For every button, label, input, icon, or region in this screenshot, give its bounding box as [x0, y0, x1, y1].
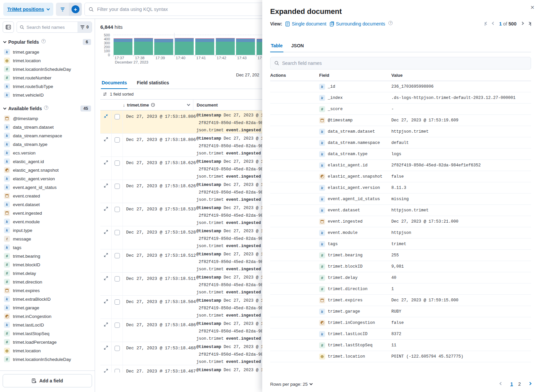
sidebar-field-item[interactable]: ktrimet.vehicleID [3, 91, 92, 99]
sidebar-field-item[interactable]: kevent.module [3, 217, 92, 226]
sidebar-field-item[interactable]: kdata_stream.dataset [3, 123, 92, 131]
histogram-bar-segment[interactable] [114, 38, 132, 39]
last-document-button[interactable] [528, 22, 531, 26]
histogram-bar-segment[interactable] [216, 42, 235, 55]
filter-fields-button[interactable] [56, 3, 69, 16]
sidebar-field-item[interactable]: #trimet.locationInScheduleDay [3, 355, 92, 364]
histogram-bar-segment[interactable] [216, 38, 235, 38]
histogram-bar-segment[interactable] [134, 38, 153, 42]
toggle-document-detail-button[interactable] [100, 273, 112, 295]
histogram-bar-segment[interactable] [236, 42, 255, 55]
field-filters-button[interactable]: 0 [77, 22, 92, 32]
sidebar-field-item[interactable]: ktrimet.routeSubType [3, 82, 92, 91]
histogram-bar-segment[interactable] [175, 42, 194, 55]
sidebar-field-item[interactable]: ⊕trimet.location [3, 56, 92, 65]
sidebar-field-item[interactable]: kdata_stream.type [3, 140, 92, 149]
close-flyout-button[interactable]: × [530, 4, 534, 11]
flyout-field-row[interactable]: k_id 236_1703695998806 [270, 81, 531, 92]
sidebar-field-item[interactable]: #trimet.blockID [3, 260, 92, 269]
histogram-bar-segment[interactable] [134, 42, 153, 55]
toggle-document-detail-button[interactable] [100, 342, 112, 365]
next-document-button[interactable] [521, 23, 523, 24]
sidebar-field-item[interactable]: ktrimet.extraBlockID [3, 295, 92, 303]
add-field-button[interactable]: Add a field [3, 374, 92, 387]
row-checkbox[interactable] [115, 160, 120, 166]
histogram-bar-segment[interactable] [175, 38, 194, 42]
row-checkbox[interactable] [115, 299, 120, 305]
sidebar-field-item[interactable]: kevent.agent_id_status [3, 183, 92, 192]
histogram-bar-segment[interactable] [236, 39, 255, 42]
tab-documents[interactable]: Documents [101, 78, 127, 89]
flyout-field-row[interactable]: #trimet.lastStopSeq 11 [270, 340, 531, 351]
toggle-document-detail-button[interactable] [100, 296, 112, 319]
toggle-document-detail-button[interactable] [100, 226, 112, 249]
row-checkbox[interactable] [115, 137, 120, 143]
single-document-link[interactable]: Single document [285, 21, 326, 26]
sidebar-field-item[interactable]: #trimet.loadPercentage [3, 338, 92, 346]
field-search-input[interactable] [26, 25, 75, 30]
column-header-time[interactable]: ↓ trimet.time [123, 103, 193, 108]
flyout-field-row[interactable]: kevent.agent_id_status missing [270, 194, 531, 205]
sidebar-field-item[interactable]: elastic_agent.snapshot [3, 166, 92, 174]
flyout-field-row[interactable]: event.ingested Dec 27, 2023 @ 17:53:21.0… [270, 216, 531, 227]
popular-fields-header[interactable]: Popular fields ? 6 [4, 39, 91, 45]
toggle-document-detail-button[interactable] [100, 134, 112, 156]
flyout-field-row[interactable]: kevent.dataset httpjson.trimet [270, 205, 531, 216]
histogram-bar-segment[interactable] [236, 38, 255, 39]
histogram-bar-segment[interactable] [195, 42, 214, 55]
flyout-field-row[interactable]: kdata_stream.type logs [270, 149, 531, 160]
sidebar-field-item[interactable]: ktrimet.lastLocID [3, 321, 92, 329]
sidebar-field-item[interactable]: ktrimet.garage [3, 303, 92, 312]
rows-per-page-button[interactable]: Rows per page: 25 [270, 382, 312, 387]
row-checkbox[interactable] [115, 369, 120, 372]
histogram-bar-segment[interactable] [154, 42, 173, 55]
flyout-field-row[interactable]: #trimet.delay 40 [270, 272, 531, 283]
sidebar-field-item[interactable]: kelastic_agent.id [3, 157, 92, 166]
tab-field-statistics[interactable]: Field statistics [136, 78, 170, 89]
histogram-bar-segment[interactable] [114, 42, 132, 55]
flyout-field-row[interactable]: kevent.module httpjson [270, 227, 531, 239]
sidebar-field-item[interactable]: #trimet.direction [3, 278, 92, 286]
flyout-field-row[interactable]: trimet.expires Dec 27, 2023 @ 17:59:15.0… [270, 295, 531, 306]
histogram-bar-segment[interactable] [114, 39, 132, 42]
first-document-button[interactable] [485, 22, 488, 26]
sidebar-field-item[interactable]: event.created [3, 192, 92, 200]
flyout-field-row[interactable]: ktags trimet [270, 239, 531, 250]
flyout-field-row[interactable]: ktrimet.garage RUBY [270, 306, 531, 317]
sidebar-field-item[interactable]: #trimet.locationInScheduleDay [3, 65, 92, 73]
histogram-bar-segment[interactable] [154, 39, 173, 42]
flyout-field-row[interactable]: kelastic_agent.version 8.11.3 [270, 182, 531, 194]
sidebar-field-item[interactable]: event.ingested [3, 209, 92, 217]
row-checkbox[interactable] [115, 207, 120, 212]
sidebar-field-item[interactable]: tmessage [3, 235, 92, 243]
tab-table[interactable]: Table [270, 41, 283, 52]
collapse-sidebar-button[interactable] [3, 22, 14, 33]
sidebar-field-item[interactable]: #trimet.lastStopSeq [3, 329, 92, 338]
flyout-field-search[interactable] [270, 57, 531, 69]
toggle-document-detail-button[interactable] [100, 180, 112, 203]
sidebar-field-item[interactable]: ⊕trimet.location [3, 346, 92, 355]
flyout-field-row[interactable]: trimet.inCongestion false [270, 317, 531, 328]
flyout-field-row[interactable]: @timestamp Dec 27, 2023 @ 17:53:19.609 [270, 115, 531, 126]
flyout-field-row[interactable]: ⊕trimet.location POINT (-122.605794 45.5… [270, 351, 531, 362]
row-checkbox[interactable] [115, 184, 120, 189]
row-checkbox[interactable] [115, 114, 120, 119]
sidebar-field-item[interactable]: kecs.version [3, 149, 92, 157]
field-search-box[interactable]: 0 [17, 22, 92, 33]
histogram-bar-segment[interactable] [175, 38, 194, 38]
previous-page-button[interactable] [500, 383, 502, 385]
flyout-field-row[interactable]: kelastic_agent.id 2f82f419-850d-45ed-82d… [270, 160, 531, 171]
sidebar-field-item[interactable]: trimet.inCongestion [3, 312, 92, 321]
sidebar-field-item[interactable]: kevent.dataset [3, 200, 92, 209]
histogram-bar-segment[interactable] [216, 38, 235, 42]
available-fields-header[interactable]: Available fields ? 45 [4, 106, 91, 111]
histogram-bar-segment[interactable] [154, 39, 173, 39]
sidebar-field-item[interactable]: ktrimet.garage [3, 48, 92, 56]
row-checkbox[interactable] [115, 230, 120, 235]
row-checkbox[interactable] [115, 323, 120, 328]
flyout-field-row[interactable]: #trimet.direction 1 [270, 283, 531, 295]
sidebar-field-item[interactable]: kdata_stream.namespace [3, 131, 92, 140]
flyout-field-row[interactable]: kdata_stream.namespace default [270, 137, 531, 149]
sidebar-field-item[interactable]: kelastic_agent.version [3, 174, 92, 183]
dataview-picker[interactable]: TriMet positions [3, 3, 53, 16]
